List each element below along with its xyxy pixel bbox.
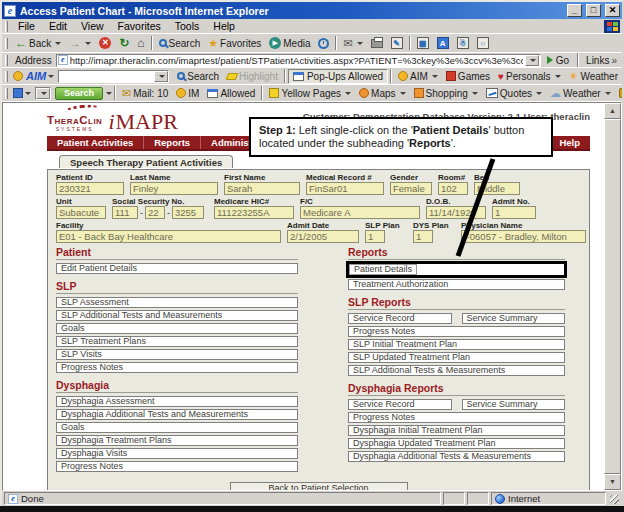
dysphagia-assessment-button[interactable]: Dysphagia Assessment [56,396,298,407]
talk-button[interactable]: ○ [473,35,493,52]
popups-allowed-toggle[interactable]: Pop-Ups Allowed [288,69,388,84]
chevron-down-icon[interactable] [106,92,112,95]
field-value[interactable]: 1 [365,230,385,243]
scrollbar-thumb[interactable] [604,119,621,474]
personals-button[interactable]: ♥Personals [494,68,564,85]
nav-item-patient-activities[interactable]: Patient Activities [47,136,144,149]
dysphagia-updated-treatment-plan-button[interactable]: Dysphagia Updated Treatment Plan [348,438,565,449]
refresh-button[interactable]: ↻ [115,35,133,52]
slp-additional-tests-and-measurements-button[interactable]: SLP Additional Tests and Measurements [56,310,298,321]
search-button[interactable]: Search [155,35,205,52]
aol-search-button[interactable]: Search [55,87,103,100]
back-to-patient-selection-button[interactable]: Back to Patient Selection [230,482,408,490]
favorites-button[interactable]: ★Favorites [204,35,265,52]
progress-notes-button[interactable]: Progress Notes [348,326,565,337]
field-value[interactable]: FinSar01 [306,182,384,195]
progress-notes-button[interactable]: Progress Notes [56,461,298,472]
menu-view[interactable]: View [74,20,111,32]
dysphagia-visits-button[interactable]: Dysphagia Visits [56,448,298,459]
aim-search-button[interactable]: Search [173,68,223,85]
back-button[interactable]: ←Back [11,35,65,52]
vertical-scrollbar[interactable]: ▲ ▼ [604,103,621,490]
security-lock-button[interactable]: » [615,85,622,102]
slp-initial-treatment-plan-button[interactable]: SLP Initial Treatment Plan [348,339,565,350]
slp-visits-button[interactable]: SLP Visits [56,349,298,360]
aim-menu-button[interactable]: AIM [394,68,442,85]
field-value[interactable]: 1 [413,230,433,243]
history-button[interactable] [314,35,333,52]
service-record-button[interactable]: Service Record [348,313,452,324]
quotes-button[interactable]: Quotes [482,85,546,102]
field-value[interactable]: Middle [474,182,520,195]
dysphagia-additional-tests-and-measurements-button[interactable]: Dysphagia Additional Tests and Measureme… [56,409,298,420]
im-button[interactable]: IM [172,85,203,102]
edit-patient-details-button[interactable]: Edit Patient Details [56,263,298,274]
chevron-down-icon[interactable] [48,75,54,78]
media-button[interactable]: ▶Media [265,35,314,52]
field-value[interactable]: E01 - Back Bay Healthcare [56,230,281,243]
tab-speech-therapy-patient-activities[interactable]: Speech Therapy Patient Activities [59,155,233,168]
resize-grip[interactable] [608,492,620,505]
chevron-down-icon[interactable] [85,42,91,45]
field-value[interactable]: 111223255A [214,206,294,219]
stop-button[interactable]: ✕ [95,35,115,52]
scroll-up-button[interactable]: ▲ [604,103,621,119]
address-input[interactable]: e http://imapr.theraclin.com/imaprtest/p… [56,54,541,67]
combo-dropdown-button[interactable] [36,88,50,99]
aol-weather-button[interactable]: ☁Weather [546,85,615,102]
nav-item-help[interactable]: Help [548,136,590,149]
aol-search-input[interactable] [35,87,51,100]
service-record-button[interactable]: Service Record [348,399,452,410]
service-summary-button[interactable]: Service Summary [462,313,566,324]
ssn-box[interactable]: 3255 [172,206,204,219]
chevron-down-icon[interactable] [55,42,61,45]
menu-help[interactable]: Help [206,20,242,32]
maps-button[interactable]: Maps [355,85,409,102]
edit-button[interactable]: ✎ [387,35,407,52]
shopping-button[interactable]: Shopping [410,85,482,102]
field-value[interactable]: Female [390,182,432,195]
mail-status-button[interactable]: ✉Mail: 10 [118,85,172,102]
field-value[interactable]: 1 [492,206,536,219]
yellow-pages-button[interactable]: Yellow Pages [265,85,355,102]
field-value[interactable]: 2/1/2005 [287,230,359,243]
forward-button[interactable]: → [65,35,95,52]
minimize-button[interactable]: _ [567,4,582,17]
menu-tools[interactable]: Tools [168,20,207,32]
print-button[interactable] [367,35,387,52]
nav-item-reports[interactable]: Reports [144,136,201,149]
weather-button[interactable]: ☀Weather [565,68,623,85]
restore-button[interactable]: □ [586,4,601,17]
messenger-button[interactable]: ☃ [453,35,473,52]
dysphagia-additional-tests-measurements-button[interactable]: Dysphagia Additional Tests & Measurement… [348,451,565,462]
menu-file[interactable]: File [11,20,42,32]
progress-notes-button[interactable]: Progress Notes [56,362,298,373]
ssn-box[interactable]: 22 [145,206,165,219]
slp-treatment-plans-button[interactable]: SLP Treatment Plans [56,336,298,347]
scroll-down-button[interactable]: ▼ [604,474,621,490]
links-menu[interactable]: Links» [581,55,622,66]
field-value[interactable]: F06057 - Bradley, Milton [461,230,586,243]
goals-button[interactable]: Goals [56,422,298,433]
menu-edit[interactable]: Edit [42,20,74,32]
chevron-down-icon[interactable] [357,42,363,45]
slp-updated-treatment-plan-button[interactable]: SLP Updated Treatment Plan [348,352,565,363]
allowed-button[interactable]: Allowed [203,85,259,102]
dysphagia-initial-treatment-plan-button[interactable]: Dysphagia Initial Treatment Plan [348,425,565,436]
research-button[interactable]: A [433,35,453,52]
service-summary-button[interactable]: Service Summary [462,399,566,410]
dysphagia-treatment-plans-button[interactable]: Dysphagia Treatment Plans [56,435,298,446]
slp-additional-tests-measurements-button[interactable]: SLP Additional Tests & Measurements [348,365,565,376]
address-dropdown-button[interactable] [525,55,539,66]
field-value[interactable]: Sarah [224,182,300,195]
menu-favorites[interactable]: Favorites [111,20,168,32]
goals-button[interactable]: Goals [56,323,298,334]
field-value[interactable]: 102 [438,182,468,195]
home-button[interactable]: ⌂ [133,35,148,52]
highlight-button[interactable]: Highlight [223,68,282,85]
field-value[interactable]: 11/14/1920 [426,206,486,219]
combo-dropdown-button[interactable] [154,71,168,82]
treatment-authorization-button[interactable]: Treatment Authorization [348,279,565,290]
close-button[interactable]: ✕ [605,4,620,17]
progress-notes-button[interactable]: Progress Notes [348,412,565,423]
